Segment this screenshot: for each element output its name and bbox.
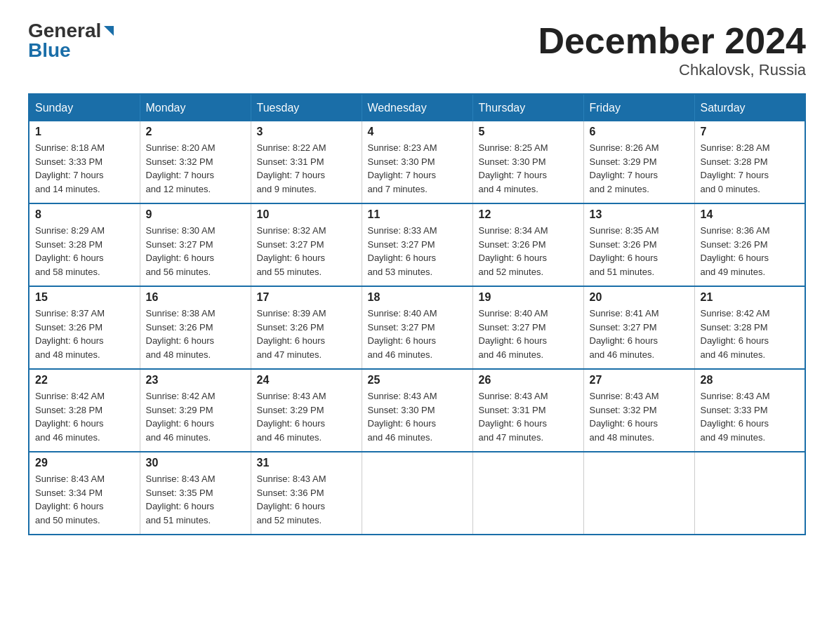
- day-info: Sunrise: 8:43 AMSunset: 3:32 PMDaylight:…: [590, 389, 689, 444]
- day-info: Sunrise: 8:41 AMSunset: 3:27 PMDaylight:…: [590, 307, 689, 361]
- day-info: Sunrise: 8:22 AMSunset: 3:31 PMDaylight:…: [257, 141, 356, 196]
- day-info: Sunrise: 8:28 AMSunset: 3:28 PMDaylight:…: [701, 141, 800, 196]
- day-number: 11: [368, 208, 467, 221]
- day-number: 24: [257, 374, 356, 387]
- day-number: 2: [146, 126, 245, 138]
- day-number: 14: [701, 208, 800, 221]
- calendar-cell: 22Sunrise: 8:42 AMSunset: 3:28 PMDayligh…: [29, 369, 140, 452]
- calendar-cell: 1Sunrise: 8:18 AMSunset: 3:33 PMDaylight…: [29, 121, 140, 203]
- day-info: Sunrise: 8:39 AMSunset: 3:26 PMDaylight:…: [257, 307, 356, 361]
- day-number: 12: [479, 208, 578, 221]
- calendar-cell: 29Sunrise: 8:43 AMSunset: 3:34 PMDayligh…: [29, 452, 140, 535]
- day-info: Sunrise: 8:40 AMSunset: 3:27 PMDaylight:…: [479, 307, 578, 361]
- calendar-cell: 13Sunrise: 8:35 AMSunset: 3:26 PMDayligh…: [583, 203, 694, 286]
- calendar-cell: 20Sunrise: 8:41 AMSunset: 3:27 PMDayligh…: [583, 286, 694, 369]
- weekday-header-sunday: Sunday: [29, 94, 140, 121]
- weekday-header-thursday: Thursday: [472, 94, 583, 121]
- calendar-cell: 24Sunrise: 8:43 AMSunset: 3:29 PMDayligh…: [251, 369, 362, 452]
- title-area: December 2024 Chkalovsk, Russia: [538, 21, 806, 79]
- day-info: Sunrise: 8:43 AMSunset: 3:29 PMDaylight:…: [257, 389, 356, 444]
- calendar-cell: 19Sunrise: 8:40 AMSunset: 3:27 PMDayligh…: [472, 286, 583, 369]
- day-number: 25: [368, 374, 467, 387]
- weekday-header-saturday: Saturday: [694, 94, 805, 121]
- calendar-cell: 23Sunrise: 8:42 AMSunset: 3:29 PMDayligh…: [140, 369, 251, 452]
- day-number: 9: [146, 208, 245, 221]
- calendar-week-row: 22Sunrise: 8:42 AMSunset: 3:28 PMDayligh…: [29, 369, 805, 452]
- day-info: Sunrise: 8:37 AMSunset: 3:26 PMDaylight:…: [35, 307, 134, 361]
- day-number: 6: [590, 126, 689, 138]
- day-info: Sunrise: 8:33 AMSunset: 3:27 PMDaylight:…: [368, 224, 467, 279]
- calendar-cell: [583, 452, 694, 535]
- day-number: 4: [368, 126, 467, 138]
- day-info: Sunrise: 8:38 AMSunset: 3:26 PMDaylight:…: [146, 307, 245, 361]
- day-number: 15: [35, 291, 134, 304]
- calendar-cell: 8Sunrise: 8:29 AMSunset: 3:28 PMDaylight…: [29, 203, 140, 286]
- day-number: 18: [368, 291, 467, 304]
- day-info: Sunrise: 8:42 AMSunset: 3:29 PMDaylight:…: [146, 389, 245, 444]
- day-info: Sunrise: 8:32 AMSunset: 3:27 PMDaylight:…: [257, 224, 356, 279]
- calendar-cell: [362, 452, 472, 535]
- weekday-header-friday: Friday: [583, 94, 694, 121]
- day-number: 22: [35, 374, 134, 387]
- day-info: Sunrise: 8:43 AMSunset: 3:34 PMDaylight:…: [35, 472, 134, 527]
- weekday-header-monday: Monday: [140, 94, 251, 121]
- day-info: Sunrise: 8:30 AMSunset: 3:27 PMDaylight:…: [146, 224, 245, 279]
- calendar-week-row: 29Sunrise: 8:43 AMSunset: 3:34 PMDayligh…: [29, 452, 805, 535]
- weekday-header-tuesday: Tuesday: [251, 94, 362, 121]
- day-info: Sunrise: 8:43 AMSunset: 3:31 PMDaylight:…: [479, 389, 578, 444]
- calendar-cell: 3Sunrise: 8:22 AMSunset: 3:31 PMDaylight…: [251, 121, 362, 203]
- day-info: Sunrise: 8:26 AMSunset: 3:29 PMDaylight:…: [590, 141, 689, 196]
- location-title: Chkalovsk, Russia: [538, 61, 806, 79]
- day-info: Sunrise: 8:18 AMSunset: 3:33 PMDaylight:…: [35, 141, 134, 196]
- calendar-cell: 9Sunrise: 8:30 AMSunset: 3:27 PMDaylight…: [140, 203, 251, 286]
- calendar-table: SundayMondayTuesdayWednesdayThursdayFrid…: [28, 93, 806, 535]
- calendar-cell: 4Sunrise: 8:23 AMSunset: 3:30 PMDaylight…: [362, 121, 472, 203]
- weekday-header-row: SundayMondayTuesdayWednesdayThursdayFrid…: [29, 94, 805, 121]
- day-number: 29: [35, 457, 134, 469]
- day-info: Sunrise: 8:43 AMSunset: 3:33 PMDaylight:…: [701, 389, 800, 444]
- day-number: 13: [590, 208, 689, 221]
- calendar-cell: 16Sunrise: 8:38 AMSunset: 3:26 PMDayligh…: [140, 286, 251, 369]
- day-info: Sunrise: 8:43 AMSunset: 3:36 PMDaylight:…: [257, 472, 356, 527]
- calendar-cell: 2Sunrise: 8:20 AMSunset: 3:32 PMDaylight…: [140, 121, 251, 203]
- day-number: 27: [590, 374, 689, 387]
- day-info: Sunrise: 8:35 AMSunset: 3:26 PMDaylight:…: [590, 224, 689, 279]
- weekday-header-wednesday: Wednesday: [362, 94, 472, 121]
- day-info: Sunrise: 8:29 AMSunset: 3:28 PMDaylight:…: [35, 224, 134, 279]
- day-info: Sunrise: 8:25 AMSunset: 3:30 PMDaylight:…: [479, 141, 578, 196]
- day-number: 31: [257, 457, 356, 469]
- calendar-cell: 6Sunrise: 8:26 AMSunset: 3:29 PMDaylight…: [583, 121, 694, 203]
- day-number: 5: [479, 126, 578, 138]
- logo: General Blue: [28, 21, 117, 60]
- day-info: Sunrise: 8:43 AMSunset: 3:30 PMDaylight:…: [368, 389, 467, 444]
- calendar-cell: 27Sunrise: 8:43 AMSunset: 3:32 PMDayligh…: [583, 369, 694, 452]
- svg-marker-0: [104, 26, 114, 36]
- day-info: Sunrise: 8:34 AMSunset: 3:26 PMDaylight:…: [479, 224, 578, 279]
- day-number: 17: [257, 291, 356, 304]
- calendar-cell: 11Sunrise: 8:33 AMSunset: 3:27 PMDayligh…: [362, 203, 472, 286]
- calendar-cell: [694, 452, 805, 535]
- calendar-week-row: 15Sunrise: 8:37 AMSunset: 3:26 PMDayligh…: [29, 286, 805, 369]
- calendar-cell: 7Sunrise: 8:28 AMSunset: 3:28 PMDaylight…: [694, 121, 805, 203]
- day-number: 28: [701, 374, 800, 387]
- day-info: Sunrise: 8:40 AMSunset: 3:27 PMDaylight:…: [368, 307, 467, 361]
- logo-general-text: General: [28, 21, 101, 41]
- calendar-cell: [472, 452, 583, 535]
- day-number: 30: [146, 457, 245, 469]
- day-number: 21: [701, 291, 800, 304]
- day-number: 23: [146, 374, 245, 387]
- calendar-cell: 26Sunrise: 8:43 AMSunset: 3:31 PMDayligh…: [472, 369, 583, 452]
- day-number: 3: [257, 126, 356, 138]
- calendar-cell: 25Sunrise: 8:43 AMSunset: 3:30 PMDayligh…: [362, 369, 472, 452]
- day-number: 1: [35, 126, 134, 138]
- day-info: Sunrise: 8:43 AMSunset: 3:35 PMDaylight:…: [146, 472, 245, 527]
- calendar-week-row: 1Sunrise: 8:18 AMSunset: 3:33 PMDaylight…: [29, 121, 805, 203]
- calendar-cell: 17Sunrise: 8:39 AMSunset: 3:26 PMDayligh…: [251, 286, 362, 369]
- logo-triangle-icon: [101, 23, 117, 41]
- calendar-cell: 18Sunrise: 8:40 AMSunset: 3:27 PMDayligh…: [362, 286, 472, 369]
- calendar-cell: 12Sunrise: 8:34 AMSunset: 3:26 PMDayligh…: [472, 203, 583, 286]
- day-number: 7: [701, 126, 800, 138]
- day-number: 26: [479, 374, 578, 387]
- calendar-cell: 31Sunrise: 8:43 AMSunset: 3:36 PMDayligh…: [251, 452, 362, 535]
- day-info: Sunrise: 8:36 AMSunset: 3:26 PMDaylight:…: [701, 224, 800, 279]
